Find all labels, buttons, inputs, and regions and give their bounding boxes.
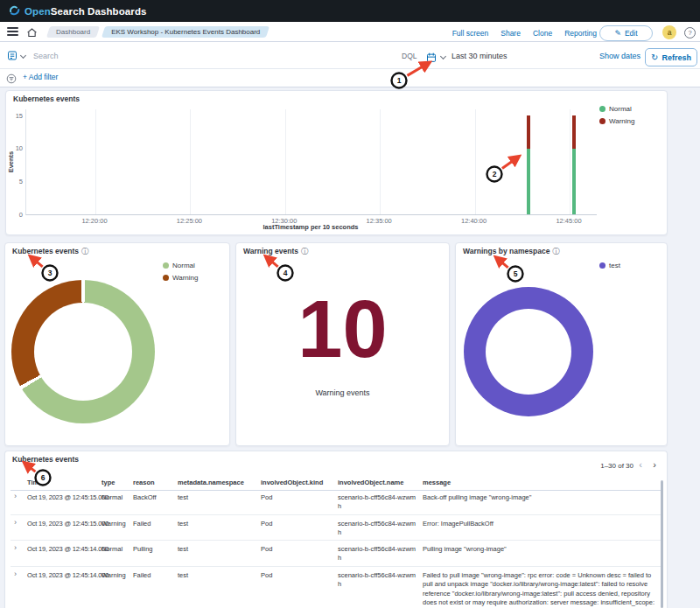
cell-kind: Pod [259, 515, 336, 540]
expand-row-icon[interactable] [10, 541, 25, 566]
histogram-legend: NormalWarning [599, 105, 635, 125]
panel-kubernetes-events-table: Kubernetes events 1–30 of 30 Timetyperea… [4, 451, 668, 608]
reporting-link[interactable]: Reporting [564, 29, 597, 38]
time-range-value[interactable]: Last 30 minutes [452, 52, 508, 60]
refresh-button[interactable]: Refresh [645, 48, 697, 66]
search-input[interactable]: Search [33, 52, 59, 60]
sort-descending-icon[interactable] [44, 480, 48, 486]
info-icon[interactable] [301, 248, 309, 255]
cell-name: scenario-b-cff56c84-wzwmh [336, 541, 421, 566]
legend-dot [163, 275, 169, 281]
x-tick-label: 12:45:00 [544, 217, 593, 225]
column-header[interactable]: metadata.namespace [176, 476, 259, 490]
cell-time: Oct 19, 2023 @ 12:45:15.000 [25, 489, 100, 514]
cell-message: Error: ImagePullBackOff [421, 515, 662, 540]
metric-label: Warning events [236, 388, 449, 397]
cell-namespace: test [176, 567, 259, 608]
column-header[interactable]: reason [131, 476, 176, 490]
cell-message: Failed to pull image "wrong-image": rpc … [421, 567, 662, 608]
dql-selector[interactable]: DQL [402, 52, 416, 60]
home-icon[interactable] [26, 26, 38, 42]
cell-type: Warning [100, 515, 131, 540]
previous-page-icon[interactable] [639, 459, 642, 470]
show-dates-link[interactable]: Show dates [599, 52, 640, 60]
expand-row-icon[interactable] [10, 567, 25, 608]
table-row: Oct 19, 2023 @ 12:45:15.000WarningFailed… [10, 515, 662, 541]
pagination-label: 1–30 of 30 [600, 462, 634, 470]
breadcrumb-current-dashboard[interactable]: EKS Workshop - Kubernetes Events Dashboa… [103, 26, 268, 38]
share-link[interactable]: Share [500, 29, 521, 38]
cell-message: Back-off pulling image "wrong-image" [421, 489, 662, 514]
refresh-icon [651, 52, 658, 62]
legend-label: Normal [609, 105, 632, 113]
info-icon[interactable] [552, 248, 560, 255]
breadcrumb-dashboard[interactable]: Dashboard [48, 26, 98, 38]
bar-warning[interactable] [527, 115, 530, 149]
expand-row-icon[interactable] [10, 515, 25, 540]
legend-item[interactable]: Warning [599, 117, 635, 125]
cell-reason: Pulling [131, 541, 176, 566]
add-filter-link[interactable]: + Add filter [23, 73, 58, 81]
saved-query-icon[interactable] [7, 49, 18, 65]
panel-warnings-by-namespace: Warnings by namespace test [455, 242, 668, 446]
namespace-donut-chart[interactable] [464, 287, 593, 416]
calendar-icon[interactable] [426, 51, 437, 66]
cell-namespace: test [176, 489, 259, 514]
opensearch-logo-icon [9, 5, 20, 17]
bar-warning[interactable] [572, 115, 576, 149]
cell-time: Oct 19, 2023 @ 12:45:14.000 [25, 541, 100, 566]
column-header[interactable]: Time [25, 476, 100, 490]
cell-name: scenario-b-cff56c84-wzwmh [336, 567, 421, 608]
app-title: OpenSearch Dashboards [24, 6, 147, 17]
gridline [95, 109, 96, 214]
scrollbar[interactable] [661, 480, 663, 608]
y-tick-label: 10 [10, 144, 23, 152]
donut-legend: NormalWarning [163, 262, 199, 282]
legend-item[interactable]: test [599, 262, 620, 269]
cell-kind: Pod [259, 541, 336, 566]
bar-normal[interactable] [527, 149, 530, 214]
avatar[interactable]: a [662, 25, 676, 39]
divider [0, 68, 700, 69]
panel-title: Kubernetes events [12, 455, 79, 464]
breadcrumb: Dashboard EKS Workshop - Kubernetes Even… [48, 26, 268, 38]
column-header[interactable]: type [100, 476, 131, 490]
legend-item[interactable]: Warning [163, 274, 199, 282]
gridline [570, 109, 570, 214]
full-screen-link[interactable]: Full screen [452, 29, 489, 38]
x-tick-label: 12:25:00 [164, 217, 214, 225]
help-icon[interactable] [684, 27, 696, 38]
cell-name: scenario-b-cff56c84-wzwmh [336, 489, 421, 514]
query-bar [0, 42, 700, 87]
legend-label: Normal [172, 262, 195, 269]
clone-link[interactable]: Clone [533, 29, 552, 38]
edit-button[interactable]: Edit [599, 25, 653, 41]
expand-row-icon[interactable] [10, 489, 25, 514]
cell-reason: BackOff [131, 489, 176, 514]
filter-icon[interactable] [6, 72, 17, 87]
table-row: Oct 19, 2023 @ 12:45:15.000NormalBackOff… [10, 489, 662, 515]
cell-reason: Failed [131, 515, 176, 540]
column-header[interactable]: involvedObject.name [336, 476, 421, 490]
events-donut-chart[interactable] [11, 280, 155, 423]
column-header[interactable]: involvedObject.kind [259, 476, 336, 490]
menu-icon[interactable] [7, 27, 18, 36]
gridline [285, 109, 286, 214]
legend-item[interactable]: Normal [163, 262, 199, 269]
gridline [380, 109, 381, 214]
next-page-icon[interactable] [653, 459, 656, 470]
table-row: Oct 19, 2023 @ 12:45:14.000NormalPulling… [10, 541, 662, 567]
cell-name: scenario-b-cff56c84-wzwmh [336, 515, 421, 540]
events-histogram-plot[interactable] [25, 109, 597, 215]
column-header[interactable]: message [421, 476, 662, 490]
gridline [475, 109, 476, 214]
legend-label: Warning [609, 117, 635, 125]
legend-label: test [609, 262, 620, 269]
panel-title: Warning events [243, 247, 308, 255]
bar-normal[interactable] [572, 149, 576, 214]
legend-item[interactable]: Normal [599, 105, 635, 113]
table-body: Oct 19, 2023 @ 12:45:15.000NormalBackOff… [10, 489, 662, 608]
info-icon[interactable] [81, 248, 89, 255]
legend-dot [599, 262, 606, 269]
gridline [190, 109, 191, 214]
